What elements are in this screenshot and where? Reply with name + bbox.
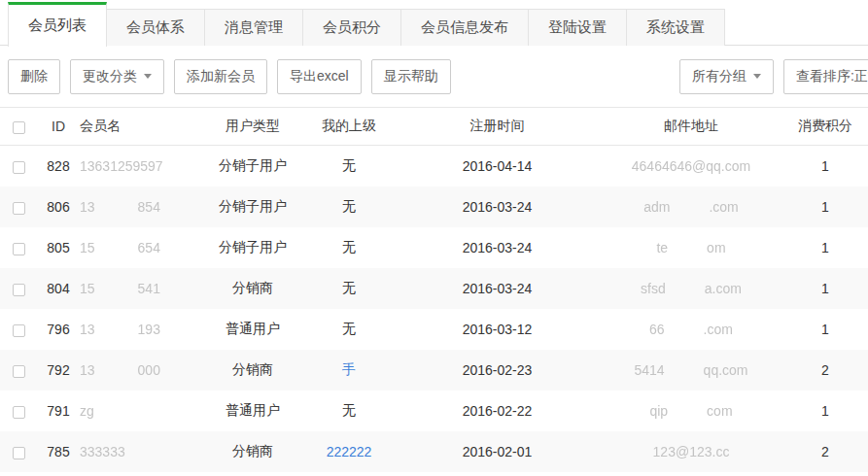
row-email: adm.com: [600, 199, 782, 215]
table-row: 791 zg 普通用户 无 2016-02-22 qipcom 1: [0, 391, 868, 431]
email-suffix: om: [707, 240, 725, 255]
tab[interactable]: 消息管理: [204, 9, 303, 46]
row-checkbox[interactable]: [13, 406, 25, 419]
row-email: teom: [600, 240, 782, 255]
row-parent: 无: [303, 321, 395, 338]
tab[interactable]: 登陆设置: [528, 9, 627, 46]
tab[interactable]: 会员体系: [106, 9, 205, 46]
row-email: 123@123.cc: [600, 444, 782, 459]
row-user-type: 分销商: [202, 443, 303, 460]
tab[interactable]: 会员积分: [302, 9, 401, 46]
username-suffix: 541: [138, 281, 160, 296]
row-user-type: 分销商: [202, 361, 303, 379]
table-row: 805 15654 分销子用户 无 2016-03-24 teom 1: [0, 227, 868, 268]
col-header-parent: 我的上级: [303, 118, 395, 135]
all-groups-dropdown[interactable]: 所有分组: [679, 59, 774, 94]
row-username: 13631259597: [80, 158, 202, 174]
username-prefix: 15: [80, 240, 95, 255]
col-header-reg-date: 注册时间: [395, 118, 600, 135]
row-checkbox[interactable]: [13, 365, 25, 378]
change-category-label: 更改分类: [83, 68, 137, 85]
row-parent: 无: [303, 402, 395, 420]
username-suffix: 193: [138, 322, 160, 337]
tab-label: 会员积分: [323, 18, 381, 37]
table-row: 828 13631259597 分销子用户 无 2016-04-14 46464…: [0, 146, 868, 187]
row-checkbox[interactable]: [13, 161, 25, 174]
row-checkbox[interactable]: [13, 243, 25, 255]
tab[interactable]: 系统设置: [626, 9, 725, 46]
email-prefix: 46464646@qq: [632, 158, 721, 174]
row-email: 66.com: [600, 322, 782, 337]
table-row: 785 333333 分销商 222222 2016-02-01 123@123…: [0, 431, 868, 472]
table-header-row: ID 会员名 用户类型 我的上级 注册时间 邮件地址 消费积分: [0, 107, 868, 146]
row-id: 792: [37, 362, 80, 378]
row-checkbox[interactable]: [13, 324, 25, 337]
row-id: 785: [37, 444, 80, 459]
email-suffix: qq.com: [704, 362, 748, 378]
row-points: 1: [782, 240, 868, 255]
row-parent: 无: [303, 280, 395, 297]
row-id: 805: [37, 240, 80, 255]
row-points: 1: [782, 158, 868, 174]
email-prefix: 123@123.cc: [653, 444, 730, 459]
parent-member-link[interactable]: 手: [342, 361, 356, 377]
row-reg-date: 2016-04-14: [395, 158, 600, 174]
row-username: zg: [80, 403, 202, 419]
row-username: 13193: [80, 322, 202, 337]
table-row: 806 13854 分销子用户 无 2016-03-24 adm.com 1: [0, 187, 868, 227]
email-suffix: com: [707, 403, 732, 419]
row-id: 791: [37, 403, 80, 419]
row-parent: 222222: [303, 444, 395, 459]
export-excel-button[interactable]: 导出excel: [277, 59, 362, 94]
email-prefix: te: [656, 240, 668, 255]
tab-label: 消息管理: [225, 18, 283, 37]
row-points: 1: [782, 322, 868, 337]
row-id: 796: [37, 322, 80, 337]
all-groups-label: 所有分组: [692, 68, 746, 85]
username-prefix: 13631259597: [80, 158, 163, 174]
row-points: 1: [782, 199, 868, 215]
row-checkbox[interactable]: [13, 202, 25, 215]
caret-down-icon: [753, 74, 761, 79]
row-email: 46464646@qq.com: [600, 158, 782, 174]
change-category-button[interactable]: 更改分类: [70, 59, 164, 94]
table-body: 828 13631259597 分销子用户 无 2016-04-14 46464…: [0, 146, 868, 472]
tab-label: 会员列表: [28, 17, 87, 35]
username-suffix: 654: [138, 240, 160, 255]
col-header-username: 会员名: [80, 118, 202, 135]
row-reg-date: 2016-03-24: [395, 281, 600, 296]
toolbar: 删除 更改分类 添加新会员 导出excel 显示帮助 所有分组 查看排序:正常排…: [0, 46, 868, 107]
username-suffix: 854: [138, 199, 160, 215]
tab[interactable]: 会员信息发布: [400, 9, 529, 46]
col-header-id: ID: [37, 119, 80, 134]
row-parent: 手: [303, 361, 395, 379]
select-all-checkbox[interactable]: [13, 121, 25, 134]
email-suffix: a.com: [705, 281, 742, 296]
parent-member-link[interactable]: 222222: [327, 444, 372, 459]
row-reg-date: 2016-02-01: [395, 444, 600, 459]
username-prefix: 13: [80, 199, 95, 215]
row-email: 5414qq.com: [600, 362, 782, 378]
email-prefix: 66: [649, 322, 665, 337]
table-row: 796 13193 普通用户 无 2016-03-12 66.com 1: [0, 309, 868, 350]
add-member-button[interactable]: 添加新会员: [174, 59, 267, 94]
row-id: 806: [37, 199, 80, 215]
username-prefix: 13: [80, 322, 95, 337]
delete-button[interactable]: 删除: [8, 59, 60, 94]
sort-order-dropdown[interactable]: 查看排序:正常排序: [783, 59, 868, 94]
row-checkbox[interactable]: [13, 284, 25, 296]
username-prefix: zg: [80, 403, 94, 419]
col-header-user-type: 用户类型: [202, 118, 303, 135]
row-checkbox[interactable]: [13, 447, 25, 459]
show-help-button[interactable]: 显示帮助: [371, 59, 451, 94]
row-email: sfsda.com: [600, 281, 782, 296]
username-prefix: 333333: [80, 444, 125, 459]
row-parent: 无: [303, 157, 395, 175]
col-header-points: 消费积分: [782, 118, 868, 135]
username-prefix: 13: [80, 362, 95, 378]
row-user-type: 分销子用户: [202, 198, 303, 216]
tab[interactable]: 会员列表: [8, 2, 107, 47]
tab-label: 登陆设置: [548, 18, 607, 37]
row-username: 15654: [80, 240, 202, 255]
row-id: 828: [37, 158, 80, 174]
